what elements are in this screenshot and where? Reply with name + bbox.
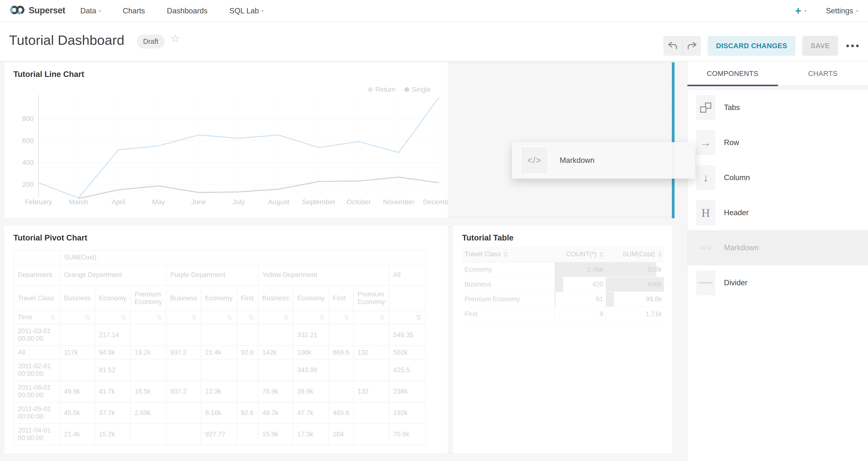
nav-item-label: SQL Lab [229,7,259,16]
discard-changes-button[interactable]: DISCARD CHANGES [708,36,796,56]
redo-icon [686,41,697,50]
tabs-icon [696,95,715,120]
redo-button[interactable] [682,36,701,56]
component-item-label: Divider [724,278,747,287]
divider-icon [696,270,715,295]
undo-icon [668,41,678,50]
chart-title: Tutorial Table [462,233,514,242]
pivot-row: Travel ClassBusinessEconomyPremium Econo… [13,285,426,311]
svg-text:May: May [152,198,165,206]
more-menu-icon[interactable] [846,44,859,47]
nav-item-label: Dashboards [167,7,208,16]
svg-text:February: February [25,198,52,206]
component-item-tabs[interactable]: Tabs [687,90,868,125]
navbar-menu: Data▾ChartsDashboardsSQL Lab▾ [80,0,264,22]
component-item-label: Markdown [724,243,759,252]
pivot-row: Time⇅⇅⇅⇅⇅⇅⇅⇅⇅⇅⇅⇅ [13,311,426,324]
chevron-down-icon: ▾ [261,8,264,13]
column-header[interactable]: COUNT(*) [555,247,606,262]
dashboard-canvas: Tutorial Line Chart ReturnSingle 2004006… [0,61,868,461]
data-table: Travel ClassCOUNT(*)SUM(Cost)Economy2.46… [462,247,664,322]
component-item-row[interactable]: →Row [687,125,868,160]
svg-text:March: March [69,198,88,206]
component-item-column[interactable]: ↓Column [687,160,868,195]
svg-text:600: 600 [22,137,34,144]
table-chart-card[interactable]: Tutorial Table Travel ClassCOUNT(*)SUM(C… [453,226,672,453]
nav-item-charts[interactable]: Charts [123,7,145,16]
chevron-down-icon: ▾ [856,8,858,13]
component-item-divider[interactable]: Divider [687,265,868,300]
chevron-down-icon: ▾ [804,8,806,13]
markdown-icon: </> [520,146,549,175]
arrow-right-icon: → [696,130,715,155]
nav-item-sql-lab[interactable]: SQL Lab▾ [229,7,264,16]
undo-button[interactable] [663,36,682,56]
markdown-drag-ghost[interactable]: </> Markdown [512,142,695,179]
column-header[interactable]: Travel Class [462,247,555,262]
save-button[interactable]: SAVE [802,36,838,56]
svg-text:November: November [383,198,414,206]
component-item-header[interactable]: HHeader [687,195,868,230]
pivot-row: 2011-02-01 00:00:0081.52343.98425.5 [13,359,426,381]
settings-menu[interactable]: Settings ▾ [826,7,858,16]
drag-ghost-label: Markdown [560,156,594,165]
component-item-markdown[interactable]: </>Markdown [687,230,868,265]
table-row: First91.71k [462,307,664,321]
pivot-chart-card[interactable]: Tutorial Pivot Chart SUM(Cost)Department… [4,226,448,453]
svg-text:400: 400 [22,159,34,166]
builder-panel-tabs: COMPONENTS CHARTS [687,61,868,86]
component-item-label: Header [724,208,749,217]
favorite-star-icon[interactable]: ☆ [170,32,180,44]
pivot-row: 2011-05-01 00:00:0045.5k37.7k2.69k8.16k9… [13,402,426,424]
svg-text:December: December [423,198,448,206]
arrow-down-icon: ↓ [696,165,715,190]
tab-components[interactable]: COMPONENTS [687,61,778,86]
line-chart-plot: 200400600800FebruaryMarchAprilMayJuneJul… [4,67,448,209]
new-item-button[interactable]: + ▾ [795,6,806,16]
brand-text: Superset [29,5,65,16]
pivot-row: 2011-06-01 00:00:0049.9k41.7k16.5k937.21… [13,381,426,402]
nav-item-label: Data [80,7,96,16]
drop-indicator-line [672,62,675,218]
line-chart-card[interactable]: Tutorial Line Chart ReturnSingle 2004006… [4,62,448,217]
page-title[interactable]: Tutorial Dashboard [9,32,124,48]
component-list: Tabs→Row↓ColumnHHeader</>MarkdownDivider [687,90,868,300]
table-row: Economy2.46k602k [462,262,664,277]
chart-title: Tutorial Pivot Chart [13,233,87,242]
active-tab-underline [687,85,778,86]
component-item-label: Tabs [724,103,740,112]
component-item-label: Row [724,138,739,147]
nav-item-dashboards[interactable]: Dashboards [167,7,208,16]
superset-logo[interactable]: Superset [9,4,65,17]
column-header[interactable]: SUM(Cost) [606,247,664,262]
status-badge: Draft [137,35,165,49]
settings-label: Settings [826,7,853,16]
svg-text:200: 200 [22,181,34,188]
panel-strip [687,86,868,90]
component-item-label: Column [724,173,750,182]
pivot-row: DepartmentOrange DepartmentPurple Depart… [13,264,426,285]
navbar: Superset Data▾ChartsDashboardsSQL Lab▾ +… [0,0,868,22]
svg-text:April: April [112,198,125,206]
builder-panel: COMPONENTS CHARTS Tabs→Row↓ColumnHHeader… [687,61,868,461]
svg-text:July: July [232,198,245,206]
svg-text:June: June [191,198,206,206]
pivot-table: SUM(Cost)DepartmentOrange DepartmentPurp… [13,250,426,445]
chevron-down-icon: ▾ [98,8,101,13]
table-row: Travel ClassCOUNT(*)SUM(Cost) [462,247,664,262]
svg-text:800: 800 [22,115,34,122]
header-actions: DISCARD CHANGES SAVE [663,36,859,56]
table-row: Premium Economy6199.8k [462,292,664,307]
table-row: Business420696k [462,277,664,292]
tab-charts[interactable]: CHARTS [778,61,868,86]
nav-item-label: Charts [123,7,145,16]
pivot-row: 2011-04-01 00:00:0021.4k15.2k927.7715.9k… [13,424,426,445]
nav-item-data[interactable]: Data▾ [80,7,101,16]
dashboard-header: Tutorial Dashboard Draft ☆ DISCARD CHANG… [0,22,868,61]
svg-text:October: October [346,198,371,206]
superset-infinity-icon [9,4,25,17]
svg-text:August: August [268,198,289,206]
pivot-row: 2011-03-01 00:00:00217.14332.21549.35 [13,324,426,346]
plus-icon: + [795,6,801,16]
pivot-row: SUM(Cost) [13,250,426,264]
